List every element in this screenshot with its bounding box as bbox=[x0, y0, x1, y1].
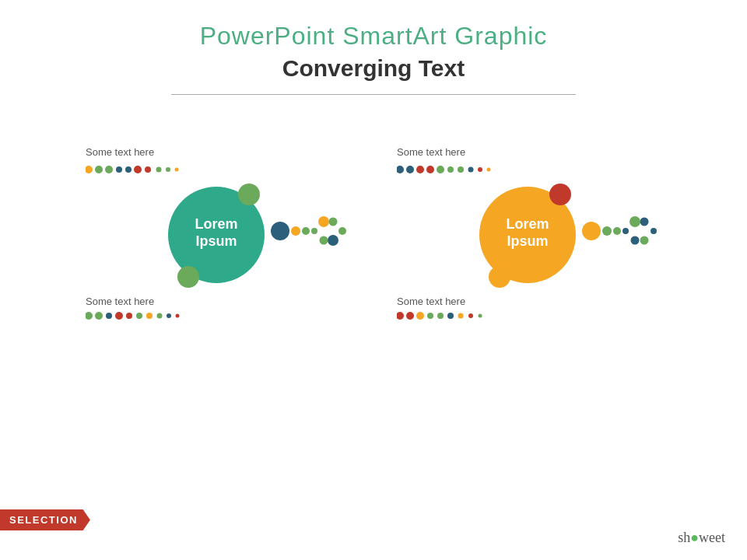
svg-point-37 bbox=[397, 166, 404, 173]
svg-point-39 bbox=[416, 166, 424, 173]
svg-point-28 bbox=[291, 226, 300, 236]
svg-text:Some text here: Some text here bbox=[397, 296, 465, 307]
svg-point-60 bbox=[468, 313, 473, 318]
svg-point-10 bbox=[175, 168, 179, 172]
svg-point-43 bbox=[458, 166, 464, 173]
svg-point-26 bbox=[176, 314, 180, 318]
svg-point-4 bbox=[116, 166, 122, 173]
svg-point-55 bbox=[416, 312, 424, 320]
svg-point-19 bbox=[106, 313, 112, 319]
svg-point-25 bbox=[167, 313, 171, 318]
svg-point-61 bbox=[479, 314, 482, 318]
diagram-svg-2: Some text here Lorem Ipsum bbox=[397, 142, 661, 328]
svg-point-54 bbox=[406, 312, 414, 320]
svg-text:Ipsum: Ipsum bbox=[507, 233, 548, 249]
svg-point-57 bbox=[437, 313, 444, 319]
svg-point-63 bbox=[602, 226, 612, 236]
svg-point-30 bbox=[311, 228, 317, 234]
selection-badge-label: SELECTION bbox=[9, 514, 78, 526]
svg-point-64 bbox=[613, 227, 621, 235]
svg-point-51 bbox=[489, 266, 510, 288]
svg-point-35 bbox=[338, 227, 346, 235]
svg-point-66 bbox=[630, 216, 640, 227]
diagram-unit-1: Some text here Lorem Ipsum bbox=[86, 142, 350, 328]
svg-point-69 bbox=[640, 236, 649, 245]
sub-title: Converging Text bbox=[0, 55, 747, 82]
svg-point-45 bbox=[478, 167, 482, 172]
showeet-logo: sh●weet bbox=[678, 530, 725, 546]
svg-point-38 bbox=[406, 166, 414, 173]
svg-point-1 bbox=[86, 166, 93, 173]
svg-point-23 bbox=[146, 313, 153, 319]
svg-point-46 bbox=[487, 168, 491, 172]
logo-special-char: ● bbox=[690, 530, 699, 545]
svg-point-44 bbox=[468, 167, 474, 173]
svg-point-62 bbox=[582, 222, 601, 240]
svg-text:Lorem: Lorem bbox=[195, 216, 237, 232]
header: PowerPoint SmartArt Graphic Converging T… bbox=[0, 0, 747, 95]
svg-point-65 bbox=[622, 228, 629, 234]
svg-point-17 bbox=[86, 312, 93, 320]
svg-point-2 bbox=[95, 166, 103, 173]
svg-point-3 bbox=[105, 166, 113, 173]
svg-point-41 bbox=[437, 166, 444, 173]
svg-point-33 bbox=[320, 236, 328, 245]
svg-point-34 bbox=[328, 235, 338, 246]
svg-point-50 bbox=[549, 184, 571, 205]
page-container: PowerPoint SmartArt Graphic Converging T… bbox=[0, 0, 747, 560]
svg-point-20 bbox=[115, 312, 123, 320]
divider bbox=[171, 94, 576, 95]
selection-badge: SELECTION bbox=[0, 509, 90, 530]
svg-text:Lorem: Lorem bbox=[506, 216, 549, 232]
svg-text:Some text here: Some text here bbox=[397, 146, 465, 158]
svg-point-27 bbox=[271, 222, 289, 240]
svg-point-42 bbox=[447, 166, 454, 173]
diagram-svg-1: Some text here Lorem Ipsum bbox=[86, 142, 350, 328]
svg-point-59 bbox=[458, 313, 464, 319]
svg-point-70 bbox=[651, 228, 657, 234]
svg-point-8 bbox=[156, 167, 162, 173]
diagram-unit-2: Some text here Lorem Ipsum bbox=[397, 142, 661, 328]
svg-point-5 bbox=[125, 166, 132, 173]
svg-point-31 bbox=[318, 216, 329, 227]
svg-point-15 bbox=[177, 266, 199, 288]
svg-point-22 bbox=[136, 313, 142, 319]
svg-point-58 bbox=[447, 313, 454, 319]
main-title: PowerPoint SmartArt Graphic bbox=[0, 22, 747, 51]
svg-point-67 bbox=[640, 218, 649, 226]
svg-point-6 bbox=[134, 166, 142, 173]
svg-point-53 bbox=[397, 312, 404, 320]
svg-point-21 bbox=[126, 313, 132, 319]
svg-point-7 bbox=[145, 166, 151, 173]
svg-text:Ipsum: Ipsum bbox=[195, 233, 237, 249]
svg-point-29 bbox=[302, 227, 310, 235]
svg-point-18 bbox=[95, 312, 103, 320]
svg-point-14 bbox=[238, 184, 260, 205]
svg-point-24 bbox=[157, 313, 163, 319]
content-area: Some text here Lorem Ipsum bbox=[0, 142, 747, 328]
svg-point-40 bbox=[426, 166, 434, 173]
svg-point-56 bbox=[427, 313, 433, 319]
svg-text:Some text here: Some text here bbox=[86, 146, 154, 158]
svg-text:Some text here: Some text here bbox=[86, 296, 154, 307]
svg-point-9 bbox=[166, 167, 170, 172]
svg-point-68 bbox=[631, 236, 640, 245]
svg-point-32 bbox=[329, 218, 338, 226]
